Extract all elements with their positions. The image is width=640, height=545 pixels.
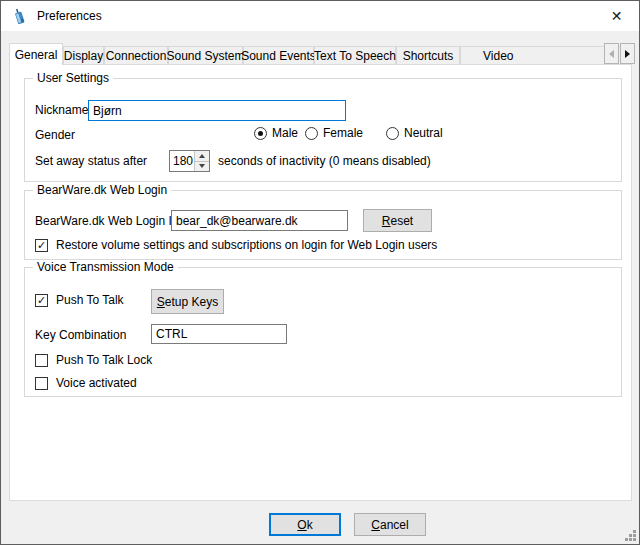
gender-female-label[interactable]: Female bbox=[323, 126, 363, 140]
voice-transmission-group: Voice Transmission Mode ✓ Push To Talk S… bbox=[24, 267, 622, 397]
voice-activated-checkbox-row[interactable]: Voice activated bbox=[35, 376, 137, 390]
spin-down-button[interactable] bbox=[195, 162, 209, 172]
tab-scroll-right-button[interactable] bbox=[620, 43, 635, 64]
tab-connection[interactable]: Connection bbox=[104, 46, 168, 65]
web-login-id-label: BearWare.dk Web Login ID bbox=[35, 214, 180, 228]
gender-male-label[interactable]: Male bbox=[272, 126, 298, 140]
user-settings-legend: User Settings bbox=[33, 71, 113, 85]
tab-general[interactable]: General bbox=[9, 43, 63, 65]
push-to-talk-lock-checkbox[interactable] bbox=[35, 354, 48, 367]
restore-volume-checkbox-row[interactable]: ✓ Restore volume settings and subscripti… bbox=[35, 238, 437, 252]
user-settings-group: User Settings Nickname Gender Male Femal… bbox=[24, 78, 622, 182]
key-combination-input[interactable] bbox=[151, 324, 287, 344]
general-tab-page: User Settings Nickname Gender Male Femal… bbox=[9, 64, 632, 501]
tab-scroll-left-button[interactable] bbox=[604, 43, 619, 64]
cancel-button[interactable]: Cancel bbox=[354, 513, 426, 536]
spin-up-button[interactable] bbox=[195, 151, 209, 162]
tab-scroll-buttons bbox=[603, 43, 635, 64]
away-seconds-value[interactable]: 180 bbox=[170, 151, 194, 171]
app-icon bbox=[11, 8, 28, 25]
gender-label: Gender bbox=[35, 128, 75, 142]
restore-volume-checkbox[interactable]: ✓ bbox=[35, 239, 48, 252]
checkmark-icon: ✓ bbox=[37, 240, 46, 251]
gender-radio-male[interactable]: Male bbox=[254, 126, 298, 140]
voice-activated-checkbox[interactable] bbox=[35, 377, 48, 390]
tab-scroll-left-icon bbox=[609, 50, 614, 58]
tab-sound-system[interactable]: Sound System bbox=[168, 46, 243, 65]
radio-male-icon bbox=[254, 127, 267, 140]
tab-bar: General Display Connection Sound System … bbox=[9, 43, 635, 65]
nickname-input[interactable] bbox=[88, 100, 346, 121]
away-status-label: Set away status after bbox=[35, 154, 147, 168]
resize-grip[interactable] bbox=[625, 530, 636, 541]
tab-sound-events[interactable]: Sound Events bbox=[243, 46, 314, 65]
close-icon: ✕ bbox=[611, 8, 623, 24]
push-to-talk-label[interactable]: Push To Talk bbox=[56, 293, 124, 307]
tab-text-to-speech[interactable]: Text To Speech bbox=[314, 46, 396, 65]
web-login-legend: BearWare.dk Web Login bbox=[33, 183, 171, 197]
web-login-id-input[interactable] bbox=[171, 210, 348, 231]
away-status-suffix: seconds of inactivity (0 means disabled) bbox=[218, 154, 431, 168]
key-combination-label: Key Combination bbox=[35, 328, 126, 342]
radio-neutral-icon bbox=[386, 127, 399, 140]
close-button[interactable]: ✕ bbox=[594, 1, 639, 30]
gender-radio-female[interactable]: Female bbox=[305, 126, 363, 140]
spinner-arrows bbox=[194, 151, 209, 171]
voice-transmission-legend: Voice Transmission Mode bbox=[33, 260, 178, 274]
reset-button[interactable]: Reset bbox=[363, 209, 432, 232]
away-seconds-spinner[interactable]: 180 bbox=[169, 150, 210, 172]
voice-activated-label[interactable]: Voice activated bbox=[56, 376, 137, 390]
preferences-dialog: Preferences ✕ General Display Connection… bbox=[0, 0, 640, 545]
gender-neutral-label[interactable]: Neutral bbox=[404, 126, 443, 140]
nickname-label: Nickname bbox=[35, 103, 88, 117]
push-to-talk-checkbox[interactable]: ✓ bbox=[35, 294, 48, 307]
push-to-talk-checkbox-row[interactable]: ✓ Push To Talk bbox=[35, 293, 124, 307]
title-bar[interactable]: Preferences ✕ bbox=[1, 1, 639, 31]
tab-shortcuts[interactable]: Shortcuts bbox=[396, 46, 460, 65]
gender-radio-neutral[interactable]: Neutral bbox=[386, 126, 443, 140]
tab-display[interactable]: Display bbox=[63, 46, 104, 65]
push-to-talk-lock-checkbox-row[interactable]: Push To Talk Lock bbox=[35, 353, 152, 367]
spin-down-icon bbox=[199, 164, 205, 168]
spin-up-icon bbox=[199, 154, 205, 158]
web-login-group: BearWare.dk Web Login BearWare.dk Web Lo… bbox=[24, 190, 622, 260]
push-to-talk-lock-label[interactable]: Push To Talk Lock bbox=[56, 353, 152, 367]
restore-volume-label[interactable]: Restore volume settings and subscription… bbox=[56, 238, 437, 252]
ok-button[interactable]: Ok bbox=[269, 513, 341, 536]
checkmark-icon: ✓ bbox=[37, 295, 46, 306]
radio-female-icon bbox=[305, 127, 318, 140]
tab-scroll-right-icon bbox=[625, 50, 630, 58]
setup-keys-button[interactable]: Setup Keys bbox=[151, 289, 224, 314]
window-title: Preferences bbox=[37, 9, 102, 23]
